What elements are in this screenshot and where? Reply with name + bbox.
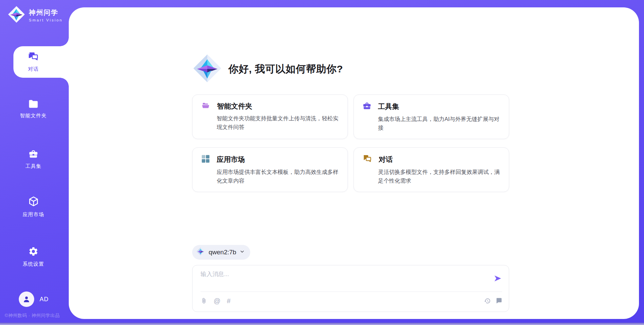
sidebar-item-app-market[interactable]: 应用市场 [13,193,69,220]
sidebar-item-label: 智能文件夹 [20,113,47,119]
card-description: 灵活切换多模型文件，支持多样回复效果调试，满足个性化需求 [378,168,500,185]
history-icon [484,300,491,305]
card-description: 应用市场提供丰富长文本模板，助力高效生成多样化文章内容 [217,168,339,185]
bubble-icon [496,300,502,305]
card-title: 应用市场 [217,155,245,164]
brand-diamond-icon [7,5,25,25]
sidebar-item-chat[interactable]: 对话 [13,46,69,78]
sidebar-item-settings[interactable]: 系统设置 [13,244,69,269]
toolbox-icon [28,149,39,160]
brand-subtitle: Smart Vision [29,18,63,22]
sidebar-item-label: 工具集 [25,163,42,170]
greeting-text: 你好, 我可以如何帮助你? [228,62,343,76]
cube-icon [28,196,39,208]
chat-icon [363,154,372,165]
sidebar-item-label: 系统设置 [23,261,44,267]
card-description: 智能文件夹功能支持批量文件上传与清洗，轻松实现文件问答 [217,114,339,131]
message-composer: @ # [192,265,509,312]
at-icon: @ [214,297,220,305]
gear-icon [28,246,39,258]
message-input[interactable] [201,270,479,289]
user-name: AD [40,296,49,303]
card-app-market[interactable]: 应用市场 应用市场提供丰富长文本模板，助力高效生成多样化文章内容 [192,147,348,192]
card-toolset[interactable]: 工具集 集成市场上主流工具，助力AI与外界无缝扩展与对接 [354,94,509,139]
sidebar-item-label: 应用市场 [23,211,44,218]
model-selector[interactable]: qwen2:7b [192,245,250,260]
feature-cards: 智能文件夹 智能文件夹功能支持批量文件上传与清洗，轻松实现文件问答 工具集 集成… [192,94,509,192]
window-bottom-edge [0,323,644,325]
model-diamond-icon [196,247,205,258]
copyright-text: ©神州数码 · 神州问学出品 [5,313,60,319]
brand-name: 神州问学 [29,8,63,17]
card-title: 智能文件夹 [217,102,252,111]
folder-open-icon [201,102,210,111]
hash-icon: # [227,297,230,305]
paperclip-icon [201,301,207,306]
chat-icon [28,52,39,63]
card-description: 集成市场上主流工具，助力AI与外界无缝扩展与对接 [378,115,500,132]
sidebar-item-smart-folders[interactable]: 智能文件夹 [13,95,69,123]
avatar [19,291,34,307]
send-button[interactable] [493,274,502,283]
grid-icon [201,154,210,165]
sidebar-item-toolset[interactable]: 工具集 [13,146,69,172]
new-chat-button[interactable] [496,298,502,304]
sidebar: 神州问学 Smart Vision 对话 智能文件夹 工具集 [0,0,69,325]
sidebar-item-label: 对话 [28,66,39,72]
chevron-down-icon [239,249,245,256]
card-chat[interactable]: 对话 灵活切换多模型文件，支持多样回复效果调试，满足个性化需求 [354,147,509,192]
topic-button[interactable]: # [227,298,230,304]
greeting-block: 你好, 我可以如何帮助你? [192,53,509,85]
toolbox-icon [363,102,371,112]
attach-button[interactable] [201,297,207,305]
card-title: 工具集 [378,102,399,111]
hero-diamond-icon [192,53,222,85]
card-title: 对话 [379,155,393,164]
user-menu[interactable]: AD [19,291,49,307]
history-button[interactable] [484,298,491,304]
model-name: qwen2:7b [209,249,236,256]
card-smart-folders[interactable]: 智能文件夹 智能文件夹功能支持批量文件上传与清洗，轻松实现文件问答 [192,94,348,139]
brand-logo: 神州问学 Smart Vision [7,5,63,25]
folder-icon [28,100,39,110]
mention-button[interactable]: @ [214,298,220,304]
composer-toolbar: @ # [201,291,502,310]
main-panel: 你好, 我可以如何帮助你? 智能文件夹 智能文件夹功能支持批量文件上传与清洗，轻… [69,7,639,319]
